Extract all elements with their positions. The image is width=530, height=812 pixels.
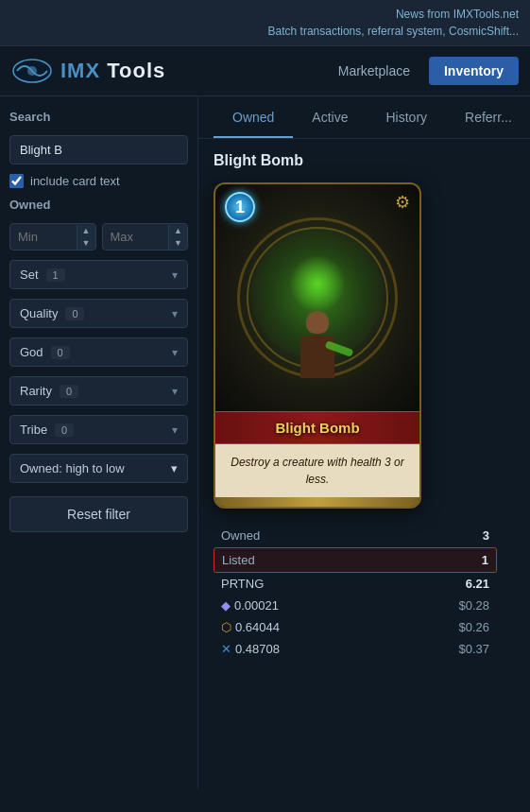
card-title: Blight Bomb xyxy=(214,152,515,169)
art-container xyxy=(232,199,402,397)
stat-owned-label: Owned xyxy=(221,528,260,543)
price-imx-amount: 0.48708 xyxy=(235,642,280,656)
stat-listed-value: 1 xyxy=(482,553,488,567)
owned-max-up[interactable]: ▲ xyxy=(169,225,187,237)
filter-tribe[interactable]: Tribe 0 ▾ xyxy=(9,415,188,444)
filter-set-arrow: ▾ xyxy=(172,268,178,282)
price-gods-row: ⬡ 0.64044 $0.26 xyxy=(214,616,497,638)
price-imx-row: ✕ 0.48708 $0.37 xyxy=(214,638,497,660)
search-input[interactable] xyxy=(9,135,188,164)
stat-listed-label: Listed xyxy=(222,553,255,567)
filter-tribe-count: 0 xyxy=(55,423,74,437)
stat-listed: Listed 1 xyxy=(214,547,497,573)
card-description: Destroy a creature with health 3 or less… xyxy=(215,444,419,497)
tab-referr[interactable]: Referr... xyxy=(446,96,530,138)
filter-set-count: 1 xyxy=(46,268,65,282)
price-eth-amount: 0.00021 xyxy=(234,598,279,613)
logo-text: IMX Tools xyxy=(60,59,165,83)
filter-quality-count: 0 xyxy=(65,307,84,320)
tab-active[interactable]: Active xyxy=(293,96,367,138)
price-imx-usd: $0.37 xyxy=(458,642,489,656)
include-card-text-row: include card text xyxy=(9,174,188,188)
svg-point-1 xyxy=(27,66,37,76)
stat-owned-value: 3 xyxy=(483,528,489,543)
card-name-section: Blight Bomb xyxy=(215,411,419,444)
card-stats: Owned 3 Listed 1 PRTNG 6.21 ◆ 0.00021 xyxy=(214,524,497,660)
nav-buttons: Marketplace Inventory xyxy=(323,57,519,85)
owned-max-input[interactable]: ▲ ▼ xyxy=(102,223,189,251)
news-line1: News from IMXTools.net xyxy=(11,6,519,23)
filter-rarity-count: 0 xyxy=(60,385,78,398)
card-bottom-border xyxy=(215,497,419,507)
owned-min-input[interactable]: ▲ ▼ xyxy=(9,223,96,251)
price-eth-left: ◆ 0.00021 xyxy=(221,598,279,613)
stat-owned: Owned 3 xyxy=(214,524,497,547)
card-settings-icon: ⚙ xyxy=(395,192,410,213)
tab-owned[interactable]: Owned xyxy=(214,96,293,138)
price-prtng-value: 6.21 xyxy=(466,577,489,591)
game-card: 1 ⚙ xyxy=(214,182,421,509)
price-imx-left: ✕ 0.48708 xyxy=(221,642,280,656)
imx-icon: ✕ xyxy=(221,642,231,656)
owned-label: Owned xyxy=(9,198,188,212)
filter-quality-arrow: ▾ xyxy=(172,307,178,320)
gods-icon: ⬡ xyxy=(221,620,231,634)
owned-max-spinners: ▲ ▼ xyxy=(168,225,187,250)
price-eth-row: ◆ 0.00021 $0.28 xyxy=(214,595,497,616)
price-eth-usd: $0.28 xyxy=(458,598,489,613)
card-art-area: 1 ⚙ xyxy=(215,184,419,411)
filter-rarity[interactable]: Rarity 0 ▾ xyxy=(9,376,188,406)
card-area: Blight Bomb 1 ⚙ xyxy=(198,139,530,673)
nav-inventory[interactable]: Inventory xyxy=(429,57,519,85)
nav-marketplace[interactable]: Marketplace xyxy=(323,57,425,85)
person-body xyxy=(300,336,334,378)
search-label: Search xyxy=(9,110,188,124)
logo-area: IMX Tools xyxy=(11,54,308,88)
filter-set[interactable]: Set 1 ▾ xyxy=(9,260,188,289)
content-area: Owned Active History Referr... Blight Bo… xyxy=(198,96,530,789)
price-gods-left: ⬡ 0.64044 xyxy=(221,620,280,634)
filter-rarity-arrow: ▾ xyxy=(172,385,178,398)
filter-rarity-label: Rarity xyxy=(20,384,52,398)
main-layout: Search include card text Owned ▲ ▼ ▲ ▼ xyxy=(0,96,530,789)
filter-god-label: God xyxy=(20,345,43,359)
price-prtng-row: PRTNG 6.21 xyxy=(214,573,497,595)
include-card-text-checkbox[interactable] xyxy=(9,174,24,188)
sort-arrow-icon: ▾ xyxy=(171,461,178,475)
card-name-band: Blight Bomb xyxy=(215,411,419,444)
sort-selector[interactable]: Owned: high to low ▾ xyxy=(9,454,188,483)
header: IMX Tools Marketplace Inventory xyxy=(0,46,530,96)
news-line2: Batch transactions, referral system, Cos… xyxy=(11,23,519,40)
filter-quality-label: Quality xyxy=(20,306,58,320)
logo-imx: IMX xyxy=(60,59,100,82)
reset-filter-button[interactable]: Reset filter xyxy=(9,496,188,532)
owned-min-down[interactable]: ▼ xyxy=(77,237,95,250)
filter-god-count: 0 xyxy=(51,346,70,359)
price-gods-usd: $0.26 xyxy=(458,620,489,634)
person-head xyxy=(306,311,329,334)
filter-god-arrow: ▾ xyxy=(172,346,178,359)
logo-icon xyxy=(11,54,53,88)
eth-icon: ◆ xyxy=(221,598,231,613)
filter-set-label: Set xyxy=(20,268,39,282)
tabs-bar: Owned Active History Referr... xyxy=(198,96,530,139)
news-banner: News from IMXTools.net Batch transaction… xyxy=(0,0,530,46)
owned-max-down[interactable]: ▼ xyxy=(169,237,187,250)
sidebar: Search include card text Owned ▲ ▼ ▲ ▼ xyxy=(0,96,198,789)
price-prtng-label: PRTNG xyxy=(221,577,264,591)
owned-min-up[interactable]: ▲ xyxy=(77,225,95,237)
tab-history[interactable]: History xyxy=(367,96,446,138)
owned-min-field[interactable] xyxy=(10,224,77,250)
card-mana-cost: 1 xyxy=(225,192,255,222)
filter-quality[interactable]: Quality 0 ▾ xyxy=(9,299,188,328)
include-card-text-label: include card text xyxy=(30,174,120,188)
owned-min-spinners: ▲ ▼ xyxy=(77,225,95,250)
owned-max-field[interactable] xyxy=(103,224,169,250)
filter-tribe-arrow: ▾ xyxy=(172,423,178,437)
art-person xyxy=(300,311,334,378)
price-gods-amount: 0.64044 xyxy=(235,620,280,634)
energy-burst xyxy=(289,255,346,312)
owned-range-row: ▲ ▼ ▲ ▼ xyxy=(9,223,188,251)
filter-tribe-label: Tribe xyxy=(20,423,47,437)
filter-god[interactable]: God 0 ▾ xyxy=(9,337,188,367)
